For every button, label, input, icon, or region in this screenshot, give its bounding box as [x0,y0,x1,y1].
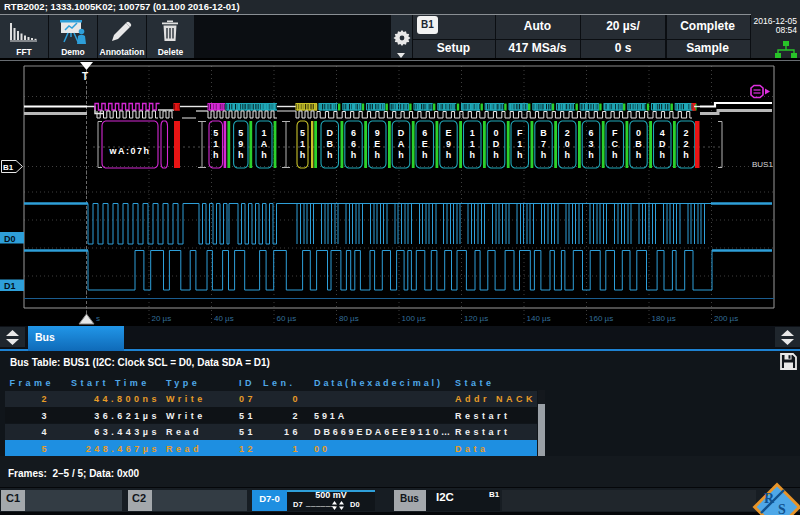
svg-text:1: 1 [470,128,475,138]
svg-text:D: D [327,128,334,138]
svg-text:1: 1 [517,139,522,149]
svg-text:9: 9 [375,128,380,138]
svg-text:D0: D0 [4,234,16,244]
svg-text:100 µs: 100 µs [402,314,426,323]
svg-text:F: F [612,128,618,138]
svg-text:6: 6 [351,128,356,138]
svg-text:160 µs: 160 µs [589,314,613,323]
svg-text:h: h [213,150,219,160]
svg-text:h: h [517,150,523,160]
svg-text:h: h [564,150,570,160]
svg-text:1: 1 [261,128,266,138]
svg-text:D: D [493,139,500,149]
svg-text:6: 6 [351,139,356,149]
svg-text:3: 3 [588,139,593,149]
svg-text:A: A [261,139,268,149]
svg-text:20 µs: 20 µs [152,314,172,323]
svg-text:1: 1 [470,139,475,149]
svg-text:D: D [659,139,666,149]
svg-text:200 µs: 200 µs [714,314,738,323]
svg-text:h: h [636,150,642,160]
svg-text:h: h [493,150,499,160]
svg-text:2: 2 [565,128,570,138]
svg-text:80 µs: 80 µs [339,314,359,323]
svg-text:h: h [300,150,306,160]
svg-text:h: h [238,150,244,160]
svg-text:h: h [588,150,594,160]
svg-text:E: E [445,128,451,138]
svg-text:5: 5 [300,128,305,138]
svg-text:h: h [374,150,380,160]
svg-text:h: h [398,150,404,160]
svg-text:D: D [398,128,405,138]
svg-text:4: 4 [660,128,665,138]
svg-text:E: E [374,139,380,149]
svg-text:140 µs: 140 µs [527,314,551,323]
svg-text:E: E [422,139,428,149]
svg-text:T: T [82,71,88,82]
svg-text:9: 9 [446,139,451,149]
svg-text:h: h [683,150,689,160]
svg-text:h: h [327,150,333,160]
svg-text:0: 0 [636,128,641,138]
svg-text:1: 1 [213,139,218,149]
svg-text:h: h [541,150,547,160]
svg-text:C: C [612,139,619,149]
svg-text:5: 5 [238,128,243,138]
svg-text:R: R [764,491,775,506]
svg-text:h: h [422,150,428,160]
svg-text:h: h [659,150,665,160]
svg-text:0: 0 [493,128,498,138]
svg-text:h: h [612,150,618,160]
svg-text:F: F [517,128,523,138]
svg-text:BUS1: BUS1 [752,160,773,169]
svg-text:0: 0 [565,139,570,149]
svg-text:wA:07h: wA:07h [108,146,150,156]
svg-text:D1: D1 [4,281,16,291]
svg-text:180 µs: 180 µs [652,314,676,323]
svg-text:h: h [446,150,452,160]
svg-text:7: 7 [541,139,546,149]
svg-text:B1: B1 [3,163,14,172]
svg-text:2: 2 [683,139,688,149]
svg-text:9: 9 [238,139,243,149]
svg-text:B: B [327,139,334,149]
svg-text:h: h [469,150,475,160]
svg-text:h: h [261,150,267,160]
svg-text:B: B [635,139,642,149]
svg-text:5: 5 [213,128,218,138]
svg-text:h: h [351,150,357,160]
svg-text:s: s [96,314,100,323]
svg-text:2: 2 [683,128,688,138]
svg-text:1: 1 [300,139,305,149]
svg-text:6: 6 [422,128,427,138]
svg-text:B: B [540,128,547,138]
svg-text:120 µs: 120 µs [464,314,488,323]
svg-text:60 µs: 60 µs [277,314,297,323]
svg-text:S: S [778,502,786,515]
svg-text:A: A [398,139,405,149]
svg-text:40 µs: 40 µs [214,314,234,323]
svg-text:6: 6 [588,128,593,138]
